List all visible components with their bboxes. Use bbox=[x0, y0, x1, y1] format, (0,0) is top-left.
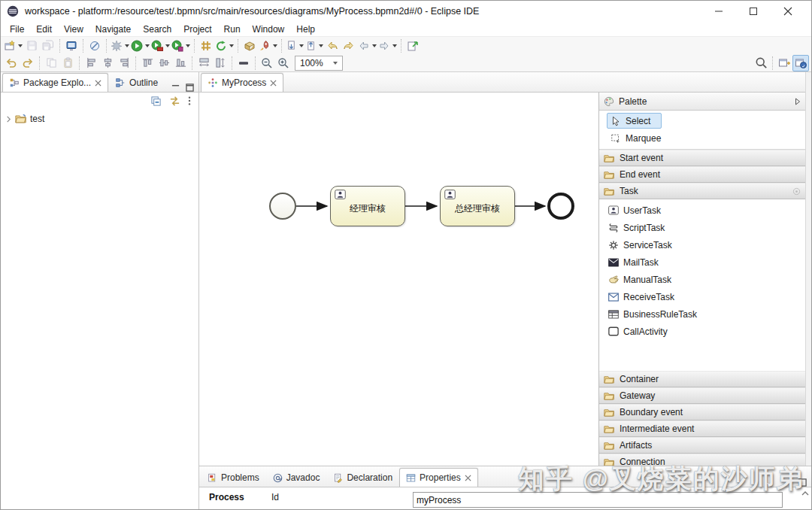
link-with-editor-button[interactable] bbox=[404, 38, 421, 54]
refresh-button[interactable] bbox=[214, 38, 235, 54]
menu-edit[interactable]: Edit bbox=[30, 22, 58, 36]
java-perspective-button[interactable] bbox=[792, 55, 809, 71]
open-console-button[interactable] bbox=[63, 38, 80, 54]
drawer-gateway[interactable]: Gateway bbox=[599, 387, 805, 404]
align-center-button[interactable] bbox=[99, 55, 116, 71]
menu-project[interactable]: Project bbox=[177, 22, 217, 36]
collapse-palette-icon[interactable] bbox=[795, 98, 801, 105]
align-top-button[interactable] bbox=[139, 55, 156, 71]
close-icon[interactable] bbox=[465, 475, 471, 481]
menu-navigate[interactable]: Navigate bbox=[89, 22, 137, 36]
align-right-button[interactable] bbox=[116, 55, 132, 71]
palette-item-mailtask[interactable]: MailTask bbox=[608, 253, 805, 271]
undo-button[interactable] bbox=[3, 55, 20, 71]
match-width-button[interactable] bbox=[195, 55, 212, 71]
menu-view[interactable]: View bbox=[58, 22, 89, 36]
diagram-canvas[interactable]: 经理审核 总经理审核 bbox=[199, 93, 600, 468]
drawer-task[interactable]: Task bbox=[599, 183, 805, 199]
palette-item-callactivity[interactable]: CallActivity bbox=[608, 323, 805, 340]
palette-item-businessruletask[interactable]: BusinessRuleTask bbox=[608, 305, 805, 323]
search-button[interactable] bbox=[753, 55, 769, 71]
minimize-view-icon[interactable] bbox=[171, 83, 180, 92]
tree-item-test[interactable]: test bbox=[5, 112, 198, 126]
profile-button[interactable] bbox=[171, 38, 191, 54]
user-task-node-1[interactable]: 经理审核 bbox=[330, 186, 405, 226]
palette-header[interactable]: Palette bbox=[599, 93, 805, 111]
palette-item-servicetask[interactable]: ServiceTask bbox=[608, 236, 805, 253]
line-style-button[interactable] bbox=[235, 55, 252, 71]
back-button[interactable] bbox=[357, 38, 377, 54]
menu-file[interactable]: File bbox=[4, 22, 30, 36]
maximize-view-icon[interactable] bbox=[798, 478, 807, 487]
match-height-button[interactable] bbox=[212, 55, 229, 71]
menu-help[interactable]: Help bbox=[290, 22, 321, 36]
start-event-node[interactable] bbox=[269, 193, 296, 220]
menu-run[interactable]: Run bbox=[218, 22, 247, 36]
tool-select[interactable]: Select bbox=[607, 113, 662, 129]
coverage-button[interactable] bbox=[150, 38, 171, 54]
collapse-chevron-icon[interactable] bbox=[801, 490, 809, 496]
palette-item-manualtask[interactable]: ManualTask bbox=[608, 271, 805, 288]
view-menu-icon[interactable] bbox=[188, 96, 191, 106]
menu-window[interactable]: Window bbox=[247, 22, 291, 36]
title-bar: workspace - platform:/resource/test/.bpm… bbox=[1, 1, 811, 22]
tab-javadoc[interactable]: Javadoc bbox=[266, 468, 327, 487]
drawer-container[interactable]: Container bbox=[599, 371, 805, 387]
forward-button[interactable] bbox=[377, 38, 398, 54]
zoom-out-button[interactable] bbox=[259, 55, 275, 71]
properties-section-process[interactable]: Process bbox=[199, 492, 271, 502]
drawer-start-event[interactable]: Start event bbox=[599, 150, 805, 166]
copy-button[interactable] bbox=[43, 55, 59, 71]
palette-item-usertask[interactable]: UserTask bbox=[608, 202, 805, 219]
minimize-button[interactable] bbox=[701, 2, 736, 21]
zoom-level-select[interactable]: 100% bbox=[295, 56, 343, 71]
end-event-node[interactable] bbox=[547, 193, 574, 220]
user-task-node-2[interactable]: 总经理审核 bbox=[440, 186, 515, 226]
redo-button[interactable] bbox=[20, 55, 36, 71]
tab-package-explorer[interactable]: Package Explo... bbox=[2, 73, 108, 92]
align-bottom-button[interactable] bbox=[172, 55, 189, 71]
tab-outline[interactable]: Outline bbox=[108, 73, 165, 92]
save-all-button[interactable] bbox=[40, 38, 56, 54]
tab-label: Outline bbox=[129, 77, 158, 88]
tool-marquee[interactable]: Marquee bbox=[607, 130, 672, 146]
pin-icon[interactable] bbox=[792, 187, 801, 196]
drawer-end-event[interactable]: End event bbox=[599, 166, 805, 183]
back-history-button[interactable] bbox=[324, 38, 341, 54]
zoom-in-button[interactable] bbox=[275, 55, 292, 71]
run-button[interactable] bbox=[130, 38, 150, 54]
tab-myprocess[interactable]: MyProcess bbox=[201, 73, 283, 92]
tab-declaration[interactable]: Declaration bbox=[326, 468, 399, 487]
drawer-artifacts[interactable]: Artifacts bbox=[599, 437, 805, 454]
maximize-button[interactable] bbox=[736, 2, 771, 21]
close-button[interactable] bbox=[771, 2, 805, 21]
prev-annotation-button[interactable] bbox=[304, 38, 324, 54]
maximize-view-icon[interactable] bbox=[186, 83, 194, 92]
next-annotation-button[interactable] bbox=[285, 38, 304, 54]
forward-history-button[interactable] bbox=[341, 38, 357, 54]
align-middle-button[interactable] bbox=[156, 55, 172, 71]
launch-rocket-button[interactable] bbox=[258, 38, 278, 54]
tab-properties[interactable]: Properties bbox=[399, 468, 478, 487]
palette-item-receivetask[interactable]: ReceiveTask bbox=[608, 288, 805, 305]
link-editor-icon[interactable] bbox=[169, 96, 180, 107]
chevron-right-icon[interactable] bbox=[5, 116, 12, 123]
new-wizard-button[interactable] bbox=[3, 38, 23, 54]
open-type-button[interactable] bbox=[241, 38, 258, 54]
tab-problems[interactable]: Problems bbox=[201, 468, 266, 487]
save-button[interactable] bbox=[23, 38, 40, 54]
align-left-button[interactable] bbox=[83, 55, 99, 71]
debug-button[interactable] bbox=[110, 38, 130, 54]
palette-item-scripttask[interactable]: ScriptTask bbox=[608, 219, 805, 236]
skip-breakpoints-button[interactable] bbox=[86, 38, 103, 54]
open-perspective-button[interactable] bbox=[776, 55, 792, 71]
close-icon[interactable] bbox=[95, 80, 102, 87]
drawer-intermediate-event[interactable]: Intermediate event bbox=[599, 420, 805, 437]
collapse-all-icon[interactable] bbox=[150, 96, 162, 107]
menu-search[interactable]: Search bbox=[137, 22, 177, 36]
close-icon[interactable] bbox=[270, 80, 277, 87]
id-input[interactable] bbox=[413, 492, 783, 508]
drawer-boundary-event[interactable]: Boundary event bbox=[599, 404, 805, 420]
paste-button[interactable] bbox=[59, 55, 76, 71]
new-java-project-button[interactable] bbox=[198, 38, 214, 54]
